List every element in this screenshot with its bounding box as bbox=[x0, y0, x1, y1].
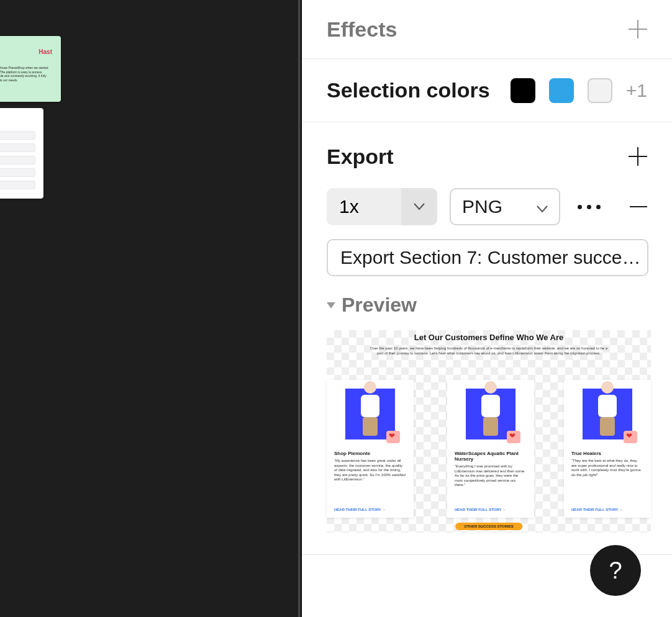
chevron-down-icon bbox=[537, 205, 548, 213]
color-swatch-black[interactable] bbox=[511, 78, 535, 103]
card-link: HEAR THEIR FULL STORY → bbox=[571, 508, 623, 511]
export-run-button[interactable]: Export Section 7: Customer succe… bbox=[327, 239, 648, 276]
card-link: HEAR THEIR FULL STORY → bbox=[455, 508, 506, 511]
card-link: HEAR THEIR FULL STORY → bbox=[334, 508, 386, 511]
add-export-button[interactable] bbox=[629, 147, 647, 166]
card-name: WaterScapes Aquatic Plant Nursery bbox=[455, 451, 527, 462]
export-format-value: PNG bbox=[462, 196, 502, 217]
thumb-blurb: We chose PrestaShop when we started out.… bbox=[0, 66, 50, 87]
canvas-frame-testimonial[interactable]: Hast We chose PrestaShop when we started… bbox=[0, 36, 61, 102]
accordion-row bbox=[0, 168, 35, 177]
accordion-row bbox=[0, 156, 35, 164]
card-quote: “They are the best at what they do, they… bbox=[571, 459, 643, 477]
export-scale-input[interactable] bbox=[327, 188, 401, 225]
effects-title: Effects bbox=[327, 17, 397, 42]
export-button-label: Export Section 7: Customer succe… bbox=[340, 247, 641, 268]
preview-cta-button: OTHER SUCCESS STORIES bbox=[455, 523, 522, 530]
card-quote: “My experience has been great under all … bbox=[334, 459, 406, 482]
testimonial-card: True Healers “They are the best at what … bbox=[564, 380, 651, 518]
color-swatch-grey[interactable] bbox=[588, 78, 612, 103]
export-scale-control[interactable] bbox=[327, 188, 437, 225]
remove-export-button[interactable] bbox=[630, 206, 647, 207]
export-options-button[interactable] bbox=[578, 205, 601, 209]
testimonial-card: Shop Piemonte “My experience has been gr… bbox=[327, 380, 414, 518]
help-button[interactable]: ? bbox=[590, 545, 641, 596]
accordion-row bbox=[0, 131, 35, 140]
testimonial-card: WaterScapes Aquatic Plant Nursery “Every… bbox=[447, 380, 534, 518]
selection-colors-section[interactable]: Selection colors +1 bbox=[302, 59, 672, 122]
card-name: Shop Piemonte bbox=[334, 451, 406, 456]
add-effect-button[interactable] bbox=[629, 20, 647, 38]
chevron-down-icon bbox=[327, 302, 335, 308]
preview-heading: Let Our Customers Define Who We Are bbox=[327, 333, 651, 342]
card-quote: “Everything I was promised with by LitEx… bbox=[455, 464, 527, 488]
heart-icon bbox=[507, 431, 520, 443]
canvas-area[interactable]: Hast We chose PrestaShop when we started… bbox=[0, 0, 302, 617]
export-format-dropdown[interactable]: PNG bbox=[450, 188, 560, 225]
more-colors-indicator[interactable]: +1 bbox=[626, 80, 647, 101]
export-preview: Let Our Customers Define Who We Are Over… bbox=[327, 330, 651, 533]
accordion-row bbox=[0, 143, 35, 152]
chevron-down-icon bbox=[414, 203, 425, 210]
preview-subtitle: Over the past 10 years, we have been hel… bbox=[369, 346, 609, 356]
card-name: True Healers bbox=[571, 451, 643, 456]
heart-icon bbox=[624, 431, 637, 443]
export-title: Export bbox=[327, 145, 394, 169]
inspector-panel: Effects Selection colors +1 Export bbox=[302, 0, 672, 617]
export-scale-dropdown[interactable] bbox=[401, 188, 437, 225]
heart-icon bbox=[386, 431, 400, 443]
selection-colors-title: Selection colors bbox=[327, 78, 490, 102]
color-swatch-blue[interactable] bbox=[549, 78, 574, 103]
accordion-row bbox=[0, 181, 35, 189]
canvas-frame-accordion[interactable]: ition bbox=[0, 108, 43, 199]
effects-section[interactable]: Effects bbox=[302, 0, 672, 59]
export-section: Export PNG bbox=[302, 122, 672, 551]
preview-toggle[interactable]: Preview bbox=[327, 294, 647, 317]
help-icon: ? bbox=[609, 557, 622, 584]
preview-label: Preview bbox=[342, 294, 417, 317]
brand-label: Hast bbox=[39, 48, 52, 55]
